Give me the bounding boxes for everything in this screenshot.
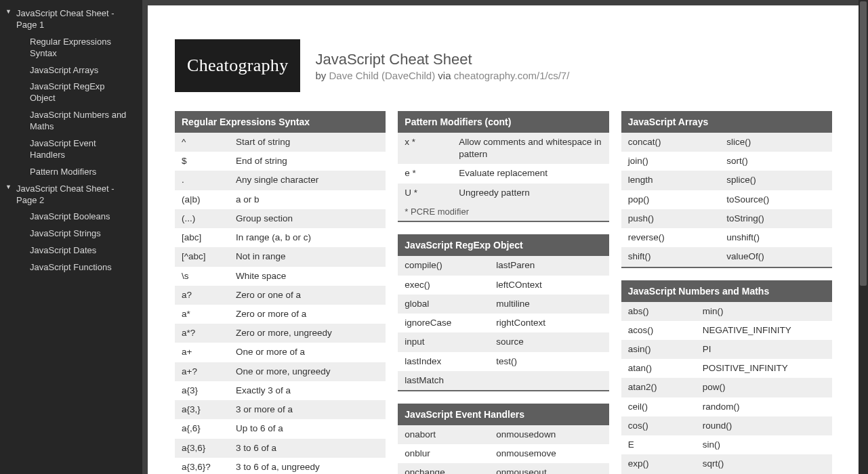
table-row: $End of string: [175, 152, 386, 171]
cell: 3 to 6 of a: [236, 442, 379, 454]
cell: lastMatch: [405, 374, 496, 387]
document-viewer[interactable]: Cheatography JavaScript Cheat Sheet by D…: [142, 0, 859, 474]
outline-item[interactable]: JavaScript Functions: [0, 259, 142, 276]
cell: ^: [182, 136, 236, 148]
cell: x *: [405, 136, 459, 148]
card-header: Pattern Modifiers (cont): [398, 111, 608, 133]
title-block: JavaScript Cheat Sheet by Dave Child (Da…: [315, 51, 569, 81]
cell: acos(): [628, 324, 703, 337]
vertical-scrollbar[interactable]: [859, 0, 868, 474]
cell: onmousemove: [496, 448, 602, 460]
cell: leftCOntext: [496, 279, 602, 291]
outline-item[interactable]: JavaScript Event Handlers: [0, 135, 142, 164]
table-row: asin()PI: [621, 340, 832, 359]
table-row: .Any single character: [175, 171, 386, 190]
cell: .: [182, 174, 236, 186]
source-link[interactable]: cheatography.com/1/cs/7/: [454, 70, 570, 81]
table-row: onbluronmousemove: [398, 444, 608, 463]
outline-item[interactable]: JavaScript Arrays: [0, 62, 142, 79]
table-row: ceil()random(): [621, 397, 832, 416]
cell: a or b: [236, 194, 379, 206]
table-row: inputsource: [398, 332, 608, 351]
cell: One or more, ungreedy: [236, 366, 379, 378]
cell: In range (a, b or c): [236, 232, 379, 244]
scrollbar-thumb[interactable]: [860, 1, 867, 286]
cell: toString(): [726, 213, 825, 225]
cell: valueOf(): [726, 251, 825, 263]
chevron-down-icon: ▼: [5, 8, 12, 16]
outline-item-label: JavaScript Event Handlers: [30, 138, 136, 161]
table-row: onchangeonmouseout: [398, 463, 608, 474]
cell: sqrt(): [703, 458, 825, 470]
table-row: a{3,}3 or more of a: [175, 400, 386, 419]
table-row: x *Allow comments and whitespace in patt…: [398, 133, 608, 164]
col-3: JavaScript Arrays concat()slice()join()s…: [621, 111, 832, 474]
outline-item[interactable]: JavaScript RegExp Object: [0, 79, 142, 107]
table-row: ^Start of string: [175, 133, 386, 152]
cell: ignoreCase: [405, 317, 496, 329]
table-row: [abc]In range (a, b or c): [175, 228, 386, 247]
cell: exp(): [628, 458, 703, 470]
table-row: a?Zero or one of a: [175, 286, 386, 305]
outline-item[interactable]: JavaScript Dates: [0, 242, 142, 259]
table-row: abs()min(): [621, 302, 832, 321]
cell: unshift(): [726, 232, 825, 244]
table-row: atan()POSITIVE_INFINITY: [621, 359, 832, 378]
cell: pop(): [628, 194, 727, 206]
cell: random(): [703, 401, 825, 413]
cell: pow(): [703, 381, 825, 393]
outline-sidebar[interactable]: ▼JavaScript Cheat Sheet - Page 1Regular …: [0, 0, 142, 474]
outline-item[interactable]: JavaScript Numbers and Maths: [0, 107, 142, 135]
cell: lastParen: [496, 259, 602, 272]
card-pattern-modifiers: Pattern Modifiers (cont) x *Allow commen…: [398, 111, 608, 222]
cell: [abc]: [182, 232, 236, 244]
outline-item[interactable]: Pattern Modifiers: [0, 164, 142, 181]
cell: onabort: [405, 429, 496, 441]
cell: exec(): [405, 279, 496, 291]
cell: reverse(): [628, 232, 727, 244]
cell: Evaluate replacement: [459, 167, 602, 179]
cell: push(): [628, 213, 727, 225]
cell: toSource(): [726, 194, 825, 206]
outline-item-label: Regular Expressions Syntax: [30, 37, 136, 60]
table-row: acos()NEGATIVE_INFINITY: [621, 321, 832, 340]
table-row: lengthsplice(): [621, 171, 832, 190]
cell: NEGATIVE_INFINITY: [703, 324, 825, 337]
author-link[interactable]: Dave Child (DaveChild): [329, 70, 435, 81]
table-row: push()toString(): [621, 209, 832, 228]
outline-item-label: Pattern Modifiers: [30, 167, 136, 178]
outline-item[interactable]: JavaScript Booleans: [0, 209, 142, 225]
table-note: * PCRE modifier: [398, 202, 608, 221]
outline-page[interactable]: ▼JavaScript Cheat Sheet - Page 1: [0, 5, 142, 34]
card-header: JavaScript Numbers and Maths: [621, 280, 832, 302]
outline-page-title: JavaScript Cheat Sheet - Page 1: [16, 8, 136, 31]
table-row: onabortonmousedown: [398, 425, 608, 444]
cell: onmouseout: [496, 467, 602, 474]
cell: 3 or more of a: [236, 404, 379, 416]
outline-item[interactable]: Regular Expressions Syntax: [0, 34, 142, 62]
outline-item-label: JavaScript Numbers and Maths: [30, 110, 136, 133]
chevron-down-icon: ▼: [5, 184, 12, 192]
table-row: cos()round(): [621, 416, 832, 435]
cell: a{3}: [182, 385, 236, 397]
table-row: shift()valueOf(): [621, 247, 832, 266]
cell: sin(): [703, 439, 825, 451]
cell: e *: [405, 167, 459, 179]
table-row: exec()leftCOntext: [398, 276, 608, 295]
table-row: compile()lastParen: [398, 256, 608, 275]
cell: asin(): [628, 343, 703, 356]
outline-page[interactable]: ▼JavaScript Cheat Sheet - Page 2: [0, 181, 142, 209]
outline-item[interactable]: JavaScript Strings: [0, 225, 142, 242]
cell: shift(): [628, 251, 727, 263]
cell: length: [628, 174, 727, 186]
by-prefix: by: [315, 70, 329, 81]
cell: onmousedown: [496, 429, 602, 441]
cell: $: [182, 155, 236, 167]
cell: slice(): [726, 136, 825, 148]
table-row: (...)Group section: [175, 209, 386, 228]
table-row: Esin(): [621, 435, 832, 454]
cell: \s: [182, 270, 236, 282]
cell: abs(): [628, 305, 703, 318]
table-row: a{3,6}3 to 6 of a: [175, 439, 386, 458]
table-row: a{3}Exactly 3 of a: [175, 381, 386, 400]
